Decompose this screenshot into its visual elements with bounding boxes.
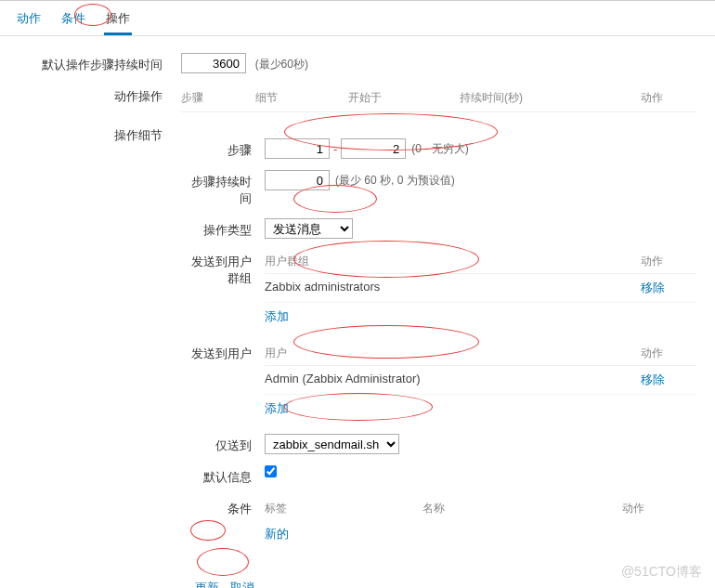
step-duration-input[interactable]: [265, 170, 330, 190]
default-message-label: 默认信息: [181, 465, 265, 486]
remove-user-link[interactable]: 移除: [641, 372, 665, 388]
th-action: 动作: [641, 90, 696, 106]
operation-type-select[interactable]: 发送消息: [265, 218, 353, 239]
new-condition-link[interactable]: 新的: [265, 520, 289, 544]
action-operation-label: 动作操作: [19, 85, 181, 105]
tab-operation[interactable]: 操作: [104, 7, 132, 35]
user-name: Admin (Zabbix Administrator): [265, 372, 641, 388]
tab-condition[interactable]: 条件: [59, 7, 87, 35]
step-label: 步骤: [181, 138, 265, 159]
table-row: Admin (Zabbix Administrator) 移除: [265, 366, 696, 395]
send-groups-head-left: 用户群组: [265, 254, 641, 269]
send-users-head-right: 动作: [641, 346, 696, 361]
add-group-link[interactable]: 添加: [265, 303, 289, 327]
tab-bar: 动作 条件 操作: [0, 1, 715, 36]
operation-type-label: 操作类型: [181, 218, 265, 239]
operation-details-label: 操作细节: [19, 124, 181, 144]
watermark: @51CTO博客: [621, 564, 702, 581]
default-duration-label: 默认操作步骤持续时间: [19, 53, 181, 73]
default-duration-input[interactable]: [181, 53, 246, 73]
add-user-link[interactable]: 添加: [265, 395, 289, 419]
cancel-link[interactable]: 取消: [230, 580, 254, 588]
th-step: 步骤: [181, 90, 255, 106]
step-to-input[interactable]: [341, 138, 406, 159]
step-duration-label: 步骤持续时间: [181, 170, 265, 207]
cond-head-name: 名称: [422, 501, 622, 516]
send-groups-label: 发送到用户群组: [181, 250, 265, 287]
send-users-label: 发送到用户: [181, 342, 265, 362]
only-send-select[interactable]: zabbix_sendmail.sh: [265, 434, 399, 454]
table-row: Zabbix administrators 移除: [265, 274, 696, 303]
conditions-label: 条件: [181, 497, 265, 517]
send-users-head-left: 用户: [265, 346, 641, 361]
cond-head-tag: 标签: [265, 501, 422, 516]
th-start: 开始于: [348, 90, 460, 106]
step-duration-hint: (最少 60 秒, 0 为预设值): [335, 173, 455, 189]
th-duration: 持续时间(秒): [460, 90, 641, 106]
only-send-label: 仅送到: [181, 434, 265, 454]
th-detail: 细节: [255, 90, 348, 106]
tab-action[interactable]: 动作: [15, 7, 43, 35]
step-from-input[interactable]: [265, 138, 330, 159]
update-link[interactable]: 更新: [195, 580, 219, 588]
group-name: Zabbix administrators: [265, 280, 641, 296]
cond-head-action: 动作: [622, 501, 696, 516]
remove-group-link[interactable]: 移除: [641, 280, 665, 296]
default-message-checkbox[interactable]: [265, 465, 277, 477]
send-groups-head-right: 动作: [641, 254, 696, 269]
default-duration-hint: (最少60秒): [255, 58, 308, 71]
step-hint: (0 - 无穷大): [411, 141, 468, 157]
action-operation-header: 步骤 细节 开始于 持续时间(秒) 动作: [181, 85, 696, 112]
